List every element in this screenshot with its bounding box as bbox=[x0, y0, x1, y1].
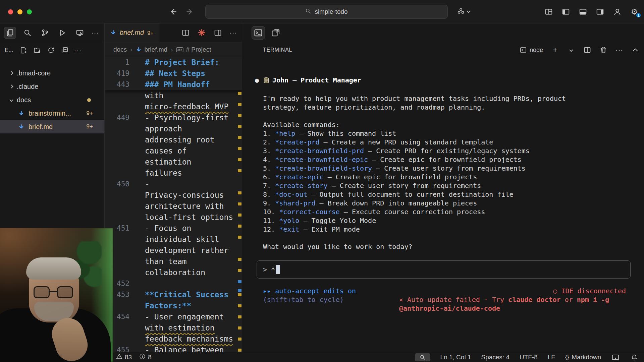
claude-input-box[interactable]: > * bbox=[257, 260, 631, 279]
customize-layout-icon[interactable] bbox=[544, 7, 553, 16]
new-folder-icon[interactable] bbox=[33, 46, 42, 55]
code-line[interactable]: approach bbox=[105, 123, 242, 134]
code-line[interactable]: 449- Psychology-first bbox=[105, 112, 242, 123]
back-arrow-icon[interactable] bbox=[168, 7, 177, 16]
line-number: 1 bbox=[105, 57, 129, 68]
source-control-icon[interactable] bbox=[39, 27, 51, 39]
terminal-more-icon[interactable]: ··· bbox=[615, 46, 623, 54]
file-tree: .bmad-core.claudedocsbrainstormin...9+br… bbox=[0, 66, 104, 133]
sticky-line[interactable]: 1# Project Brief: bbox=[105, 57, 242, 68]
modified-dot bbox=[87, 98, 91, 102]
code-line[interactable]: 454- User engagement bbox=[105, 311, 242, 322]
split-editor-icon[interactable] bbox=[213, 28, 222, 37]
screencast-icon[interactable] bbox=[611, 353, 620, 362]
code-line[interactable]: Privacy-conscious bbox=[105, 190, 242, 201]
change-marker bbox=[238, 225, 241, 228]
command-center-search[interactable]: simple-todo bbox=[205, 5, 448, 19]
code-line[interactable]: 450- bbox=[105, 179, 242, 190]
profiles-menu[interactable] bbox=[457, 7, 470, 15]
kill-terminal-icon[interactable] bbox=[599, 46, 607, 54]
launch-profile-icon[interactable] bbox=[269, 26, 282, 40]
sticky-line[interactable]: 443### PM Handoff bbox=[105, 79, 242, 90]
open-preview-icon[interactable] bbox=[181, 28, 190, 37]
code-line[interactable]: failures bbox=[105, 168, 242, 179]
double-arrow-icon: ▸▸ bbox=[263, 287, 271, 295]
new-terminal-icon[interactable]: + bbox=[551, 46, 559, 54]
sticky-line[interactable]: 419## Next Steps bbox=[105, 68, 242, 79]
terminal-view-icon[interactable] bbox=[252, 26, 265, 40]
code-line[interactable]: feedback mechanisms bbox=[105, 334, 242, 345]
breadcrumb-item-brief-md[interactable]: brief.md bbox=[136, 46, 167, 53]
code-line[interactable]: local-first options bbox=[105, 212, 242, 223]
shell-label: node bbox=[530, 47, 543, 54]
new-file-icon[interactable] bbox=[19, 46, 28, 55]
auto-accept-status[interactable]: ▸▸ auto-accept edits on bbox=[263, 287, 356, 295]
terminal-profile-chevron-icon[interactable] bbox=[567, 46, 575, 54]
status-item-markdown[interactable]: {}Markdown bbox=[565, 354, 601, 361]
toggle-primary-sidebar-icon[interactable] bbox=[561, 7, 570, 16]
explorer-icon[interactable] bbox=[4, 27, 16, 39]
status-item-ln-1-col-1[interactable]: Ln 1, Col 1 bbox=[440, 354, 471, 361]
code-line[interactable]: individual skill bbox=[105, 234, 242, 245]
code-line[interactable]: 451- Focus on bbox=[105, 223, 242, 234]
status-item-utf-8[interactable]: UTF-8 bbox=[520, 354, 538, 361]
toggle-panel-icon[interactable] bbox=[579, 7, 587, 16]
tree-item-brainstormin[interactable]: brainstormin...9+ bbox=[0, 107, 104, 120]
terminal-line: 11. *yolo — Toggle Yolo Mode bbox=[263, 216, 631, 225]
terminal-line: What would you like to work on today? bbox=[263, 242, 631, 251]
tree-item-docs[interactable]: docs bbox=[0, 93, 104, 107]
code-line[interactable]: addressing root bbox=[105, 134, 242, 145]
code-text: - Balance between bbox=[145, 345, 224, 352]
tree-item-brief-md[interactable]: brief.md9+ bbox=[0, 120, 104, 133]
change-marker bbox=[238, 326, 241, 329]
breadcrumb-item-project[interactable]: abc# Project bbox=[176, 46, 211, 53]
status-item-lf[interactable]: LF bbox=[548, 354, 555, 361]
code-line[interactable]: micro-feedback MVP bbox=[105, 101, 242, 112]
zoom-indicator[interactable] bbox=[415, 353, 430, 361]
split-terminal-icon[interactable] bbox=[583, 46, 591, 54]
collapse-folders-icon[interactable] bbox=[60, 46, 69, 55]
minimize-window-button[interactable] bbox=[17, 9, 22, 14]
code-line[interactable]: 455- Balance between bbox=[105, 345, 242, 352]
warning-count[interactable]: 83 bbox=[116, 353, 132, 361]
claude-extension-icon[interactable] bbox=[197, 28, 206, 37]
code-line[interactable]: development rather bbox=[105, 245, 242, 256]
refresh-icon[interactable] bbox=[47, 46, 55, 55]
search-view-icon[interactable] bbox=[21, 27, 34, 39]
more-views-icon[interactable]: ··· bbox=[91, 29, 99, 37]
code-line[interactable]: 452 bbox=[105, 278, 242, 289]
maximize-panel-icon[interactable] bbox=[631, 46, 639, 54]
code-line[interactable]: with estimation bbox=[105, 322, 242, 334]
code-area[interactable]: 1# Project Brief:419## Next Steps443### … bbox=[105, 57, 242, 352]
run-debug-icon[interactable] bbox=[56, 27, 68, 39]
code-line[interactable]: collaboration bbox=[105, 267, 242, 278]
tree-item-bmad-core[interactable]: .bmad-core bbox=[0, 66, 104, 80]
code-line[interactable]: estimation bbox=[105, 157, 242, 168]
status-item-spaces-4[interactable]: Spaces: 4 bbox=[481, 354, 509, 361]
problems-summary[interactable]: 838 bbox=[116, 353, 152, 361]
code-text: - Psychology-first bbox=[145, 112, 228, 123]
code-line[interactable]: Factors:** bbox=[105, 300, 242, 311]
status-item-label: Ln 1, Col 1 bbox=[440, 354, 471, 361]
tab-brief-md[interactable]: brief.md 9+ bbox=[105, 23, 159, 42]
code-line[interactable]: architecture with bbox=[105, 201, 242, 212]
code-line[interactable]: with bbox=[105, 90, 242, 101]
remote-explorer-icon[interactable] bbox=[74, 27, 86, 39]
account-icon[interactable] bbox=[613, 7, 622, 16]
code-line[interactable]: causes of bbox=[105, 145, 242, 157]
toggle-secondary-sidebar-icon[interactable] bbox=[596, 7, 604, 16]
zoom-window-button[interactable] bbox=[27, 9, 32, 14]
explorer-more-icon[interactable]: ··· bbox=[74, 47, 82, 54]
terminal-instance-node[interactable]: node bbox=[520, 47, 543, 54]
settings-gear-icon[interactable]: ⚙ 1 bbox=[630, 7, 639, 16]
info-count[interactable]: 8 bbox=[139, 353, 152, 361]
code-text: collaboration bbox=[145, 267, 205, 278]
code-line[interactable]: than team bbox=[105, 256, 242, 267]
close-window-button[interactable] bbox=[8, 9, 13, 14]
notifications-bell-icon[interactable] bbox=[630, 353, 639, 362]
tree-item-claude[interactable]: .claude bbox=[0, 80, 104, 93]
code-line[interactable]: 453**Critical Success bbox=[105, 289, 242, 300]
breadcrumb-item-docs[interactable]: docs bbox=[113, 46, 127, 53]
forward-arrow-icon[interactable] bbox=[186, 7, 195, 16]
editor-more-actions-icon[interactable]: ··· bbox=[229, 29, 237, 37]
